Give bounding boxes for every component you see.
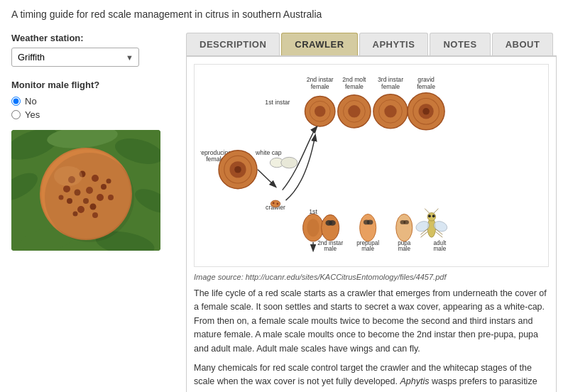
svg-line-94 (420, 232, 427, 237)
radio-no-label[interactable]: No (11, 96, 175, 107)
svg-text:gravid: gravid (417, 76, 435, 83)
tab-crawler[interactable]: CRAWLER (281, 33, 357, 55)
citrus-image (11, 130, 160, 251)
svg-point-43 (348, 105, 360, 117)
svg-point-90 (432, 214, 435, 217)
weather-station-select-wrapper[interactable]: Griffith Mildura Renmark Waikerie ▼ (11, 48, 139, 67)
svg-text:1st instar: 1st instar (265, 99, 290, 106)
svg-line-96 (436, 232, 443, 237)
monitor-flight-radio-group: No Yes (11, 96, 175, 120)
svg-point-64 (276, 202, 278, 205)
image-source-text: Image source: http://ucanr.edu/sites/KAC… (194, 273, 549, 281)
weather-station-select[interactable]: Griffith Mildura Renmark Waikerie (11, 48, 139, 67)
page-title: A timing guide for red scale management … (11, 9, 557, 20)
svg-point-63 (273, 202, 275, 205)
svg-point-50 (422, 108, 430, 115)
svg-point-86 (403, 220, 409, 224)
tab-notes[interactable]: NOTES (430, 33, 490, 55)
tab-description[interactable]: DESCRIPTION (186, 33, 280, 55)
main-layout: Weather station: Griffith Mildura Renmar… (11, 33, 557, 392)
svg-point-60 (281, 157, 297, 168)
radio-yes-label[interactable]: Yes (11, 109, 175, 120)
citrus-svg (11, 130, 160, 251)
lifecycle-diagram-svg: 2nd instar female 2nd molt female 3rd in… (200, 70, 542, 258)
svg-point-83 (367, 220, 373, 225)
monitor-flight-label: Monitor male flight? (11, 80, 175, 90)
svg-text:male: male (324, 246, 337, 252)
tab-content-crawler: 2nd instar female 2nd molt female 3rd in… (186, 57, 557, 392)
svg-point-80 (329, 220, 336, 226)
svg-text:male: male (361, 246, 374, 252)
svg-text:male: male (398, 246, 410, 252)
svg-point-84 (396, 214, 413, 241)
radio-yes-text: Yes (25, 109, 40, 120)
tab-aphytis[interactable]: APHYTIS (359, 33, 429, 55)
svg-text:female: female (311, 83, 329, 90)
lifecycle-diagram-container: 2nd instar female 2nd molt female 3rd in… (194, 64, 549, 267)
svg-point-78 (322, 214, 339, 241)
svg-text:white cap: white cap (255, 149, 282, 156)
svg-text:female: female (417, 83, 435, 90)
description-paragraph-2: Many chemicals for red scale control tar… (194, 361, 549, 392)
svg-text:adult: adult (434, 240, 447, 246)
svg-line-98 (434, 209, 439, 214)
svg-point-89 (428, 214, 431, 217)
svg-text:2nd molt: 2nd molt (342, 76, 366, 83)
svg-point-62 (271, 200, 280, 207)
radio-no[interactable] (11, 97, 21, 106)
svg-text:3rd instar: 3rd instar (378, 76, 403, 83)
svg-text:female: female (345, 83, 364, 90)
svg-text:female: female (381, 83, 400, 90)
svg-point-40 (315, 106, 325, 116)
svg-line-57 (258, 170, 275, 187)
svg-point-28 (45, 153, 134, 242)
tab-bar: DESCRIPTION CRAWLER APHYTIS NOTES ABOUT (186, 33, 557, 57)
radio-yes[interactable] (11, 110, 21, 119)
right-panel: DESCRIPTION CRAWLER APHYTIS NOTES ABOUT … (186, 33, 557, 392)
svg-point-81 (360, 214, 376, 241)
svg-text:male: male (434, 246, 447, 252)
description-paragraph-1: The life cycle of a red scale starts as … (194, 287, 549, 356)
weather-station-label: Weather station: (11, 33, 175, 43)
svg-point-46 (384, 105, 396, 117)
tab-about[interactable]: ABOUT (492, 33, 554, 55)
svg-text:2nd instar: 2nd instar (307, 76, 334, 83)
radio-no-text: No (25, 96, 37, 107)
svg-point-68 (307, 219, 319, 236)
svg-point-56 (234, 166, 241, 173)
description-text: The life cycle of a red scale starts as … (194, 287, 549, 392)
svg-line-97 (425, 209, 430, 214)
left-panel: Weather station: Griffith Mildura Renmar… (11, 33, 175, 392)
